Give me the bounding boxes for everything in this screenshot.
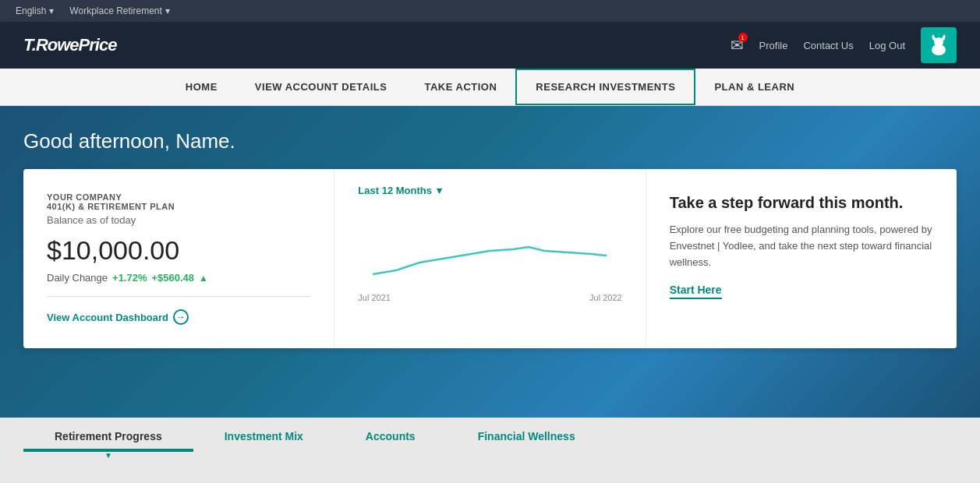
mail-badge: 1 <box>738 33 748 42</box>
tab-retirement-progress[interactable]: Retirement Progress <box>23 418 193 452</box>
step-forward-desc: Explore our free budgeting and planning … <box>670 222 933 270</box>
nav-view-account[interactable]: VIEW ACCOUNT DETAILS <box>236 69 406 105</box>
chart-svg <box>358 212 621 290</box>
dashboard-card: YOUR COMPANY 401(K) & RETIREMENT PLAN Ba… <box>23 169 957 348</box>
tab-accounts[interactable]: Accounts <box>334 418 447 452</box>
chart-dropdown-chevron: ▾ <box>437 185 442 196</box>
chart-period-dropdown[interactable]: Last 12 Months ▾ <box>358 185 621 196</box>
tab-investment-label: Investment Mix <box>225 430 303 442</box>
step-forward-title: Take a step forward this month. <box>670 192 933 213</box>
profile-link[interactable]: Profile <box>759 40 788 51</box>
daily-change-amt: +$560.48 <box>152 272 195 284</box>
logo: T.RowePrice <box>23 35 116 55</box>
main-nav: HOME VIEW ACCOUNT DETAILS TAKE ACTION RE… <box>0 69 980 106</box>
company-name: YOUR COMPANY <box>47 192 310 202</box>
language-chevron: ▾ <box>49 5 54 16</box>
log-out-link[interactable]: Log Out <box>869 40 905 51</box>
view-dashboard-label: View Account Dashboard <box>47 312 168 323</box>
top-bar: English ▾ Workplace Retirement ▾ <box>0 0 980 22</box>
tab-investment-mix[interactable]: Investment Mix <box>193 418 334 452</box>
view-dashboard-link[interactable]: View Account Dashboard → <box>47 309 310 325</box>
balance-label: Balance as of today <box>47 214 310 226</box>
logo-text: T.RowePrice <box>23 35 116 55</box>
plan-name: 401(K) & RETIREMENT PLAN <box>47 202 310 211</box>
avatar <box>921 27 957 63</box>
card-right-panel: Take a step forward this month. Explore … <box>646 169 957 348</box>
tab-financial-label: Financial Wellness <box>478 430 575 442</box>
workplace-label: Workplace Retirement <box>69 5 162 16</box>
avatar-icon <box>923 30 954 61</box>
start-here-link[interactable]: Start Here <box>670 284 722 299</box>
daily-change-label: Daily Change <box>47 272 108 284</box>
card-chart-panel: Last 12 Months ▾ Jul 2021 Jul 2022 <box>334 169 646 348</box>
nav-home[interactable]: HOME <box>167 69 236 105</box>
card-left-panel: YOUR COMPANY 401(K) & RETIREMENT PLAN Ba… <box>23 169 334 348</box>
header-right: ✉ 1 Profile Contact Us Log Out <box>731 27 957 63</box>
chart-labels: Jul 2021 Jul 2022 <box>358 293 621 302</box>
chart-label-left: Jul 2021 <box>358 293 391 302</box>
tab-financial-wellness[interactable]: Financial Wellness <box>447 418 607 452</box>
contact-us-link[interactable]: Contact Us <box>803 40 853 51</box>
daily-change-pct: +1.72% <box>112 272 147 284</box>
workplace-retirement-selector[interactable]: Workplace Retirement ▾ <box>69 5 170 16</box>
card-divider <box>47 296 310 297</box>
chart-period-label: Last 12 Months <box>358 185 432 196</box>
circle-arrow-icon: → <box>173 309 189 325</box>
nav-research-label: RESEARCH INVESTMENTS <box>536 81 675 93</box>
header: T.RowePrice ✉ 1 Profile Contact Us Log O… <box>0 22 980 69</box>
balance-amount: $10,000.00 <box>47 235 310 266</box>
daily-change: Daily Change +1.72% +$560.48 ▲ <box>47 272 310 284</box>
language-label: English <box>16 5 46 16</box>
nav-plan-learn[interactable]: PLAN & LEARN <box>695 69 813 105</box>
workplace-chevron: ▾ <box>165 5 170 16</box>
tab-accounts-label: Accounts <box>366 430 416 442</box>
language-selector[interactable]: English ▾ <box>16 5 54 16</box>
up-arrow-icon: ▲ <box>199 273 208 284</box>
nav-take-action[interactable]: TAKE ACTION <box>405 69 515 105</box>
mail-button[interactable]: ✉ 1 <box>731 36 744 55</box>
bottom-tabs: Retirement Progress Investment Mix Accou… <box>0 418 980 452</box>
greeting-text: Good afternoon, Name. <box>23 129 957 153</box>
tab-retirement-label: Retirement Progress <box>55 430 162 442</box>
chart-label-right: Jul 2022 <box>589 293 622 302</box>
line-chart <box>358 212 621 290</box>
nav-research-investments[interactable]: RESEARCH INVESTMENTS <box>515 69 695 105</box>
hero-section: Good afternoon, Name. YOUR COMPANY 401(K… <box>0 106 980 418</box>
